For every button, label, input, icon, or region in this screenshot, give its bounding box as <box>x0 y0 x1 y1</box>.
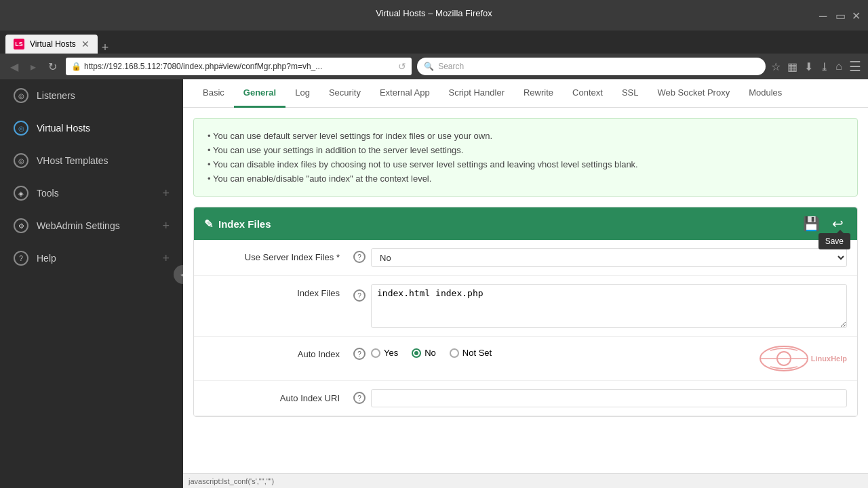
auto-index-no[interactable]: No <box>412 348 436 358</box>
use-server-index-label: Use Server Index Files * <box>204 248 353 262</box>
auto-index-field: ? Yes No Not <box>353 345 847 372</box>
tab-general[interactable]: General <box>234 79 285 108</box>
info-item-3: You can disable index files by choosing … <box>208 157 844 171</box>
tab-script-handler[interactable]: Script Handler <box>439 79 514 108</box>
new-tab-btn[interactable]: + <box>102 41 109 54</box>
auto-index-uri-input[interactable]: / autoindex/default.php <box>371 389 847 407</box>
search-placeholder: Search <box>438 62 464 71</box>
toolbar-icons: ☆ ▦ ⬇ ⤓ ⌂ ☰ <box>771 58 861 75</box>
download-icon[interactable]: ⤓ <box>820 60 829 73</box>
maximize-btn[interactable]: ▭ <box>835 11 845 20</box>
tab-navigation: Basic General Log Security External App … <box>183 79 868 108</box>
sidebar-label-virtual-hosts: Virtual Hosts <box>37 123 170 134</box>
sidebar-item-webadmin-settings[interactable]: ⚙ WebAdmin Settings + <box>0 209 183 242</box>
back-btn[interactable]: ◀ <box>7 59 22 75</box>
auto-index-radio-group: Yes No Not Set <box>371 345 492 358</box>
url-bar: ◀ ▸ ↻ 🔒 https://192.168.5.112:7080/index… <box>0 54 868 79</box>
index-files-textarea[interactable]: index.html index.php <box>371 284 847 328</box>
app-layout: ◎ Listeners ◎ Virtual Hosts ◎ VHost Temp… <box>0 79 868 488</box>
index-files-help-icon[interactable]: ? <box>353 289 366 302</box>
tab-rewrite[interactable]: Rewrite <box>514 79 563 108</box>
radio-no-label: No <box>425 348 436 358</box>
reader-icon[interactable]: ▦ <box>787 60 797 73</box>
menu-icon[interactable]: ☰ <box>849 58 861 75</box>
section-title: ✎ Index Files <box>204 218 271 230</box>
url-reload-icon: ↺ <box>398 61 406 72</box>
tab-bar: LS Virtual Hosts ✕ + <box>0 30 868 54</box>
auto-index-uri-row: Auto Index URI ? / autoindex/default.php <box>194 381 857 416</box>
minimize-btn[interactable]: ─ <box>819 11 829 20</box>
help-icon: ? <box>14 251 28 266</box>
sidebar-item-tools[interactable]: ◈ Tools + <box>0 177 183 209</box>
radio-yes-circle <box>371 348 380 358</box>
tab-close-btn[interactable]: ✕ <box>81 39 90 49</box>
index-files-row: Index Files ? index.html index.php <box>194 276 857 337</box>
sidebar-label-vhost-templates: VHost Templates <box>37 155 170 166</box>
pocket-icon[interactable]: ⬇ <box>804 60 813 73</box>
tab-context[interactable]: Context <box>563 79 612 108</box>
browser-tab-virtual-hosts[interactable]: LS Virtual Hosts ✕ <box>5 35 98 54</box>
home-icon[interactable]: ⌂ <box>835 60 842 73</box>
tab-modules[interactable]: Modules <box>739 79 791 108</box>
sidebar-item-help[interactable]: ? Help + <box>0 242 183 274</box>
refresh-btn[interactable]: ↻ <box>45 59 60 75</box>
tab-web-socket-proxy[interactable]: Web Socket Proxy <box>648 79 739 108</box>
content-area: You can use default server level setting… <box>183 108 868 473</box>
tools-plus-icon[interactable]: + <box>162 186 170 201</box>
info-item-4: You can enable/disable "auto index" at t… <box>208 171 844 186</box>
sidebar-item-virtual-hosts[interactable]: ◎ Virtual Hosts <box>0 112 183 144</box>
tab-security[interactable]: Security <box>319 79 370 108</box>
forward-btn[interactable]: ▸ <box>27 59 39 75</box>
auto-index-not-set[interactable]: Not Set <box>450 348 492 358</box>
vhost-templates-icon: ◎ <box>14 153 28 168</box>
tab-label: Virtual Hosts <box>30 39 76 49</box>
section-header: ✎ Index Files 💾 ↩ Save <box>194 207 857 240</box>
listeners-icon: ◎ <box>14 88 28 103</box>
tab-ssl[interactable]: SSL <box>612 79 648 108</box>
auto-index-uri-field: ? / autoindex/default.php <box>353 389 847 407</box>
auto-index-label: Auto Index <box>204 345 353 359</box>
tab-log[interactable]: Log <box>285 79 319 108</box>
index-files-section: ✎ Index Files 💾 ↩ Save <box>193 207 858 417</box>
use-server-index-help-icon[interactable]: ? <box>353 251 366 263</box>
info-box: You can use default server level setting… <box>193 118 858 197</box>
auto-index-yes[interactable]: Yes <box>371 348 398 358</box>
browser-title: Virtual Hosts – Mozilla Firefox <box>376 8 492 18</box>
window-controls: ─ ▭ ✕ <box>819 11 861 20</box>
auto-index-uri-help-icon[interactable]: ? <box>353 392 366 404</box>
sidebar-label-webadmin-settings: WebAdmin Settings <box>37 220 154 231</box>
tab-external-app[interactable]: External App <box>370 79 439 108</box>
save-tooltip: Save <box>818 233 850 249</box>
use-server-index-select[interactable]: Not Set Yes No <box>371 248 847 267</box>
auto-index-uri-label: Auto Index URI <box>204 389 353 403</box>
bookmark-star-icon[interactable]: ☆ <box>771 60 781 73</box>
main-content: Basic General Log Security External App … <box>183 79 868 488</box>
sidebar-label-help: Help <box>37 253 154 264</box>
browser-chrome: Virtual Hosts – Mozilla Firefox ─ ▭ ✕ <box>0 0 868 30</box>
radio-not-set-circle <box>450 348 459 358</box>
linuxhelp-logo: LinuxHelp <box>757 345 847 372</box>
info-list: You can use default server level setting… <box>208 129 844 186</box>
virtual-hosts-icon: ◎ <box>14 121 28 136</box>
info-item-1: You can use default server level setting… <box>208 129 844 143</box>
sidebar-item-listeners[interactable]: ◎ Listeners <box>0 79 183 112</box>
tools-icon: ◈ <box>14 186 28 201</box>
auto-index-help-icon[interactable]: ? <box>353 348 366 360</box>
section-actions: 💾 ↩ Save <box>800 214 847 233</box>
ssl-lock-icon: 🔒 <box>71 62 81 71</box>
save-btn[interactable]: 💾 <box>800 214 823 233</box>
url-input-container[interactable]: 🔒 https://192.168.5.112:7080/index.php#v… <box>66 58 412 75</box>
webadmin-plus-icon[interactable]: + <box>162 219 170 233</box>
radio-no-circle <box>412 348 421 358</box>
sidebar-label-listeners: Listeners <box>37 90 170 101</box>
help-plus-icon[interactable]: + <box>162 251 170 266</box>
use-server-index-row: Use Server Index Files * ? Not Set Yes N… <box>194 240 857 276</box>
auto-index-row: Auto Index ? Yes No <box>194 337 857 381</box>
tab-favicon: LS <box>14 39 24 49</box>
search-bar[interactable]: 🔍 Search <box>417 58 766 75</box>
close-btn[interactable]: ✕ <box>852 11 861 20</box>
info-item-2: You can use your settings in addition to… <box>208 143 844 157</box>
sidebar-item-vhost-templates[interactable]: ◎ VHost Templates <box>0 144 183 177</box>
webadmin-icon: ⚙ <box>14 218 28 233</box>
tab-basic[interactable]: Basic <box>193 79 234 108</box>
